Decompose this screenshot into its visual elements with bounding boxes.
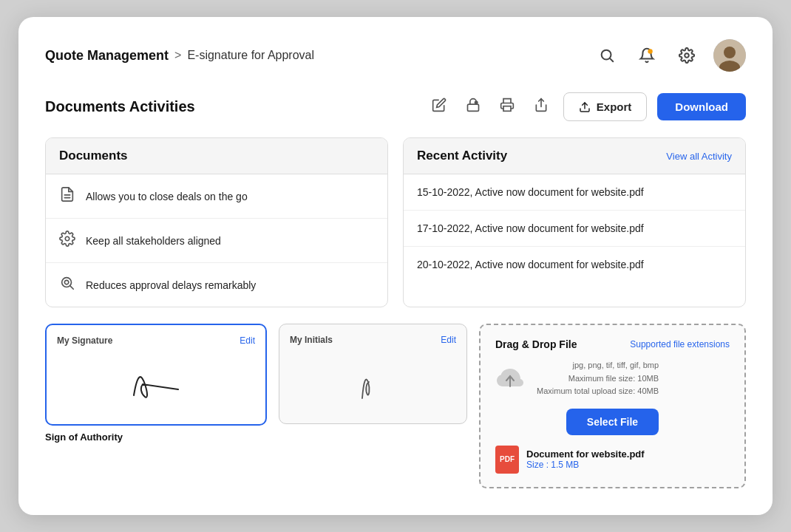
svg-rect-9 <box>503 106 511 112</box>
supported-extensions-link[interactable]: Supported file extensions <box>630 339 730 349</box>
documents-panel: Documents Allows you to close deals on t… <box>45 137 388 307</box>
activity-item-3: 20-10-2022, Active now document for webs… <box>404 247 745 282</box>
doc-text-2: Keep all stakeholders aligned <box>86 235 221 247</box>
drag-drop-header: Drag & Drop File Supported file extensio… <box>495 338 730 350</box>
max-size-text: Maximum file size: 10MB <box>537 372 659 386</box>
max-total-text: Maximum total upload size: 40MB <box>537 385 659 398</box>
svg-line-16 <box>70 286 73 289</box>
toolbar-right: Export Download <box>427 92 746 121</box>
activity-item-1: 15-10-2022, Active now document for webs… <box>404 174 745 211</box>
svg-point-3 <box>685 53 689 58</box>
activity-list: 15-10-2022, Active now document for webs… <box>404 174 745 282</box>
svg-point-14 <box>65 236 69 241</box>
documents-title: Documents <box>59 149 128 163</box>
toolbar: Documents Activities Export Download <box>45 92 746 121</box>
signature-label: My Signature <box>57 335 112 346</box>
file-entry: PDF Document for website.pdf Size : 1.5 … <box>495 446 730 474</box>
bottom-section: My Signature Edit Sign of Authority My I… <box>45 324 746 488</box>
notification-button[interactable] <box>634 42 660 69</box>
svg-line-1 <box>610 58 613 61</box>
initials-label: My Initials <box>290 335 333 345</box>
file-size: Size : 1.5 MB <box>526 460 645 470</box>
doc-item-1: Allows you to close deals on the go <box>46 174 387 219</box>
doc-item-2: Keep all stakeholders aligned <box>46 219 387 263</box>
upload-cloud-icon <box>495 366 525 392</box>
extensions-text: jpg, png, tif, tiff, gif, bmp <box>537 359 659 372</box>
page-title: Documents Activities <box>45 98 195 115</box>
signature-header: My Signature Edit <box>57 335 255 346</box>
svg-point-2 <box>648 49 652 53</box>
pdf-icon: PDF <box>495 446 519 474</box>
export-label: Export <box>597 100 632 113</box>
header-actions <box>594 39 746 72</box>
activity-title: Recent Activity <box>417 149 507 163</box>
activity-text-3: 20-10-2022, Active now document for webs… <box>417 259 644 270</box>
initials-header: My Initials Edit <box>290 335 456 345</box>
main-grid: Documents Allows you to close deals on t… <box>45 137 746 307</box>
drag-drop-content: jpg, png, tif, tiff, gif, bmp Maximum fi… <box>495 359 730 398</box>
svg-rect-7 <box>467 104 478 111</box>
doc-item-3: Reduces approval delays remarkably <box>46 263 387 307</box>
signature-box: My Signature Edit <box>45 324 267 426</box>
doc-icon-2 <box>59 231 75 250</box>
documents-panel-header: Documents <box>46 138 387 174</box>
view-all-activity-link[interactable]: View all Activity <box>666 151 732 162</box>
activity-item-2: 17-10-2022, Active now document for webs… <box>404 211 745 247</box>
file-details: Document for website.pdf Size : 1.5 MB <box>526 449 645 470</box>
drag-drop-title: Drag & Drop File <box>495 338 577 350</box>
download-button[interactable]: Download <box>657 93 746 120</box>
activity-panel-header: Recent Activity View all Activity <box>404 138 745 174</box>
edit-tool-button[interactable] <box>427 93 451 120</box>
doc-icon-3 <box>59 275 75 295</box>
search-button[interactable] <box>594 42 620 69</box>
share-tool-button[interactable] <box>529 93 553 120</box>
signature-edit-link[interactable]: Edit <box>240 335 255 346</box>
export-button[interactable]: Export <box>563 92 648 121</box>
print-tool-button[interactable] <box>495 93 519 120</box>
documents-list: Allows you to close deals on the go Keep… <box>46 174 387 307</box>
upload-icon-area <box>495 366 525 392</box>
header: Quote Management > E-signature for Appro… <box>45 39 746 72</box>
svg-point-8 <box>474 100 478 104</box>
breadcrumb: Quote Management > E-signature for Appro… <box>45 48 314 64</box>
breadcrumb-sub: E-signature for Approval <box>187 49 314 62</box>
activity-text-1: 15-10-2022, Active now document for webs… <box>417 186 644 198</box>
activity-text-2: 17-10-2022, Active now document for webs… <box>417 222 644 234</box>
drag-drop-zone[interactable]: Drag & Drop File Supported file extensio… <box>479 324 746 488</box>
download-label: Download <box>675 100 728 113</box>
svg-point-17 <box>64 280 69 284</box>
initials-drawing <box>290 354 456 413</box>
svg-point-5 <box>724 47 736 58</box>
breadcrumb-separator: > <box>174 49 181 62</box>
breadcrumb-main: Quote Management <box>45 48 169 64</box>
activity-panel: Recent Activity View all Activity 15-10-… <box>403 137 746 307</box>
doc-icon-1 <box>59 186 75 206</box>
lock-tool-button[interactable] <box>461 93 485 120</box>
select-file-button[interactable]: Select File <box>566 409 659 435</box>
doc-text-3: Reduces approval delays remarkably <box>86 279 256 291</box>
signature-section: My Signature Edit Sign of Authority <box>45 324 267 443</box>
file-name: Document for website.pdf <box>526 449 645 460</box>
settings-button[interactable] <box>673 42 700 69</box>
avatar[interactable] <box>713 39 746 72</box>
sign-of-authority-label: Sign of Authority <box>45 432 267 443</box>
file-info-text: jpg, png, tif, tiff, gif, bmp Maximum fi… <box>537 359 659 398</box>
initials-box: My Initials Edit <box>279 324 467 424</box>
initials-edit-link[interactable]: Edit <box>441 335 456 345</box>
doc-text-1: Allows you to close deals on the go <box>86 191 248 202</box>
signature-drawing <box>57 355 255 414</box>
